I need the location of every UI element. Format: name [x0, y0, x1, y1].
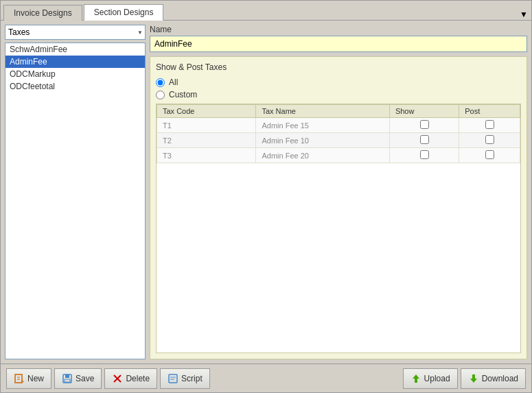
name-label: Name — [150, 25, 527, 34]
cell-tax-code-t3: T3 — [157, 148, 256, 163]
svg-marker-12 — [413, 374, 419, 383]
upload-button[interactable]: Upload — [403, 368, 458, 389]
save-button[interactable]: Save — [54, 368, 102, 389]
svg-rect-9 — [169, 374, 177, 383]
download-label: Download — [482, 374, 518, 383]
script-label: Script — [181, 374, 203, 383]
tax-table: Tax Code Tax Name Show Post T1 Admin Fee… — [157, 104, 520, 163]
cell-post-t1 — [459, 118, 520, 133]
content-area: Taxes SchwAdminFee AdminFee ODCMarkup OD… — [1, 21, 531, 364]
new-icon — [14, 373, 25, 384]
col-tax-code: Tax Code — [157, 105, 256, 118]
upload-label: Upload — [424, 374, 450, 383]
list-item-adminfee[interactable]: AdminFee — [5, 56, 145, 68]
script-icon — [167, 373, 178, 384]
cell-tax-name-t2: Admin Fee 10 — [256, 133, 389, 148]
tab-bar: Invoice Designs Section Designs ▼ — [1, 1, 531, 21]
table-row: T2 Admin Fee 10 — [157, 133, 520, 148]
col-show: Show — [389, 105, 459, 118]
right-panel: Name Show & Post Taxes All Custom — [150, 25, 527, 359]
left-panel: Taxes SchwAdminFee AdminFee ODCMarkup OD… — [5, 25, 146, 359]
radio-row-custom: Custom — [156, 90, 521, 99]
svg-rect-0 — [15, 374, 22, 383]
cell-tax-name-t3: Admin Fee 20 — [256, 148, 389, 163]
cell-show-t2 — [389, 133, 459, 148]
name-input[interactable] — [150, 36, 527, 52]
tab-dropdown-arrow[interactable]: ▼ — [519, 9, 529, 20]
svg-rect-6 — [65, 379, 70, 382]
tab-bar-right: ▼ — [519, 9, 531, 20]
checkbox-show-t3[interactable] — [420, 150, 429, 159]
script-button[interactable]: Script — [160, 368, 210, 389]
checkbox-show-t2[interactable] — [420, 135, 429, 144]
cell-show-t1 — [389, 118, 459, 133]
cell-post-t2 — [459, 133, 520, 148]
delete-icon — [112, 373, 123, 384]
cell-tax-code-t2: T2 — [157, 133, 256, 148]
cell-tax-code-t1: T1 — [157, 118, 256, 133]
radio-group: All Custom — [156, 78, 521, 99]
table-row: T1 Admin Fee 15 — [157, 118, 520, 133]
table-row: T3 Admin Fee 20 — [157, 148, 520, 163]
radio-all[interactable] — [156, 78, 165, 87]
tab-section-designs[interactable]: Section Designs — [84, 4, 164, 21]
save-label: Save — [76, 374, 94, 383]
svg-rect-5 — [65, 374, 69, 378]
radio-custom-label[interactable]: Custom — [169, 90, 197, 99]
main-container: Invoice Designs Section Designs ▼ Taxes … — [0, 0, 532, 393]
radio-custom[interactable] — [156, 91, 165, 99]
download-icon — [468, 373, 479, 384]
upload-icon — [410, 373, 421, 384]
checkbox-post-t2[interactable] — [485, 135, 494, 144]
list-item-odcmarkup[interactable]: ODCMarkup — [5, 68, 145, 80]
cell-show-t3 — [389, 148, 459, 163]
cell-tax-name-t1: Admin Fee 15 — [256, 118, 389, 133]
checkbox-post-t3[interactable] — [485, 150, 494, 159]
taxes-panel: Show & Post Taxes All Custom — [150, 56, 527, 359]
svg-marker-3 — [22, 380, 24, 382]
bottom-toolbar: New Save Delete — [1, 364, 531, 392]
tab-invoice-designs[interactable]: Invoice Designs — [3, 5, 82, 21]
delete-button[interactable]: Delete — [104, 368, 157, 389]
new-label: New — [27, 374, 44, 383]
col-tax-name: Tax Name — [256, 105, 389, 118]
category-select-wrapper: Taxes — [5, 25, 146, 40]
list-item-odcfeetotal[interactable]: ODCfeetotal — [5, 80, 145, 93]
svg-marker-13 — [470, 374, 477, 383]
radio-row-all: All — [156, 78, 521, 87]
checkbox-show-t1[interactable] — [420, 120, 429, 129]
delete-label: Delete — [126, 374, 150, 383]
taxes-title: Show & Post Taxes — [156, 62, 521, 72]
radio-all-label[interactable]: All — [169, 78, 178, 87]
tax-table-container: Tax Code Tax Name Show Post T1 Admin Fee… — [156, 104, 521, 353]
name-field-group: Name — [150, 25, 527, 52]
list-item-schwadminfee[interactable]: SchwAdminFee — [5, 43, 145, 56]
col-post: Post — [459, 105, 520, 118]
new-button[interactable]: New — [6, 368, 51, 389]
item-list[interactable]: SchwAdminFee AdminFee ODCMarkup ODCfeeto… — [5, 43, 146, 359]
checkbox-post-t1[interactable] — [485, 120, 494, 129]
download-button[interactable]: Download — [461, 368, 526, 389]
category-select[interactable]: Taxes — [5, 25, 146, 40]
save-icon — [62, 373, 73, 384]
cell-post-t3 — [459, 148, 520, 163]
